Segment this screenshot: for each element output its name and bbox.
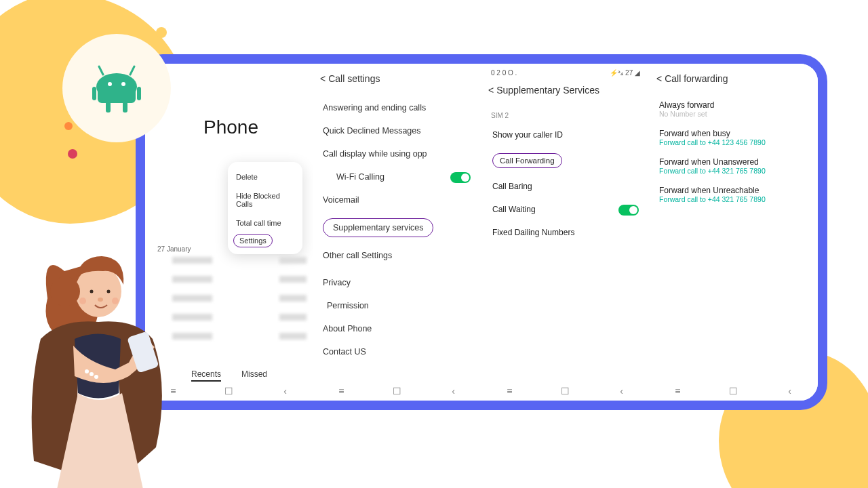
header-call-settings[interactable]: < Call settings <box>317 69 477 96</box>
svg-point-12 <box>85 369 89 373</box>
row-caller-id[interactable]: Show your caller ID <box>486 123 646 146</box>
sim-label: SIM 2 <box>486 108 646 123</box>
row-permission[interactable]: Permission <box>317 294 477 317</box>
row-fixed-dialing[interactable]: Fixed Dailing Numbers <box>486 221 646 244</box>
screen-call-forwarding: < Call forwarding Always forward No Numb… <box>650 64 818 401</box>
svg-rect-6 <box>92 87 96 100</box>
row-display[interactable]: Call display while using opp <box>317 142 477 165</box>
svg-rect-1 <box>98 85 136 103</box>
wifi-calling-toggle[interactable] <box>450 172 471 183</box>
nav-home-icon[interactable]: ☐ <box>728 387 740 395</box>
svg-line-4 <box>99 66 103 75</box>
menu-settings[interactable]: Settings <box>233 234 273 247</box>
svg-point-3 <box>121 82 125 86</box>
nav-home-icon[interactable]: ☐ <box>559 387 572 395</box>
android-logo <box>62 34 171 142</box>
call-waiting-toggle[interactable] <box>618 205 639 216</box>
row-about[interactable]: About Phone <box>317 317 477 340</box>
svg-rect-8 <box>106 102 111 113</box>
back-chevron-icon[interactable]: < <box>488 85 494 96</box>
row-privacy[interactable]: Privacy <box>317 271 477 294</box>
svg-point-19 <box>79 298 86 304</box>
row-contact[interactable]: Contact US <box>317 340 477 363</box>
status-bar: 0 2 0 O . ⚡ᵃ₄ 27 ◢ <box>486 69 646 81</box>
svg-point-13 <box>94 375 98 379</box>
nav-recent-icon[interactable]: ≡ <box>503 387 515 395</box>
nav-back-icon[interactable]: ‹ <box>784 387 796 395</box>
call-forwarding-pill[interactable]: Call Forwarding <box>492 153 562 168</box>
fwd-unanswered[interactable]: Forward when Unanswered Forward call to … <box>654 153 814 182</box>
tab-missed[interactable]: Missed <box>241 369 267 382</box>
supplementary-pill[interactable]: Supplementary services <box>323 218 433 237</box>
svg-point-18 <box>98 298 103 302</box>
svg-point-11 <box>90 372 94 376</box>
svg-point-15 <box>50 277 80 306</box>
nav-recent-icon[interactable]: ≡ <box>335 387 347 395</box>
svg-rect-7 <box>137 87 141 100</box>
nav-back-icon[interactable]: ‹ <box>448 387 460 395</box>
back-chevron-icon[interactable]: < <box>320 73 326 84</box>
nav-home-icon[interactable]: ☐ <box>223 387 235 395</box>
row-call-forwarding[interactable]: Call Forwarding <box>486 146 646 175</box>
screen-call-settings: < Call settings Answering and ending cal… <box>313 64 481 401</box>
fwd-always[interactable]: Always forward No Number set <box>654 96 814 125</box>
nav-back-icon[interactable]: ‹ <box>616 387 628 395</box>
row-declined[interactable]: Quick Declined Messages <box>317 119 477 142</box>
fwd-busy[interactable]: Forward when busy Forward call to +44 12… <box>654 125 814 153</box>
row-answering[interactable]: Answering and ending calls <box>317 96 477 119</box>
row-call-waiting[interactable]: Call Waiting <box>486 198 646 221</box>
header-call-forwarding[interactable]: < Call forwarding <box>654 69 814 96</box>
nav-bar: ≡ ☐ ‹ <box>313 384 481 398</box>
svg-rect-9 <box>123 102 127 113</box>
svg-line-5 <box>130 66 134 75</box>
woman-illustration <box>0 203 203 488</box>
fwd-unreachable[interactable]: Forward when Unreachable Forward call to… <box>654 182 814 210</box>
back-chevron-icon[interactable]: < <box>656 73 662 84</box>
screen-supplementary: 0 2 0 O . ⚡ᵃ₄ 27 ◢ < Supplementary Servi… <box>481 64 650 401</box>
device-frame: Phone Delete Hide Blocked Calls Total ca… <box>136 54 827 410</box>
row-call-baring[interactable]: Call Baring <box>486 175 646 198</box>
menu-total-time[interactable]: Total call time <box>228 214 302 232</box>
row-voicemail[interactable]: Voicemail <box>317 188 477 211</box>
row-other[interactable]: Other call Settings <box>317 244 477 267</box>
nav-home-icon[interactable]: ☐ <box>391 387 403 395</box>
nav-bar: ≡ ☐ ‹ <box>481 384 650 398</box>
page-title: Phone <box>203 117 309 138</box>
svg-point-2 <box>108 82 112 86</box>
menu-delete[interactable]: Delete <box>228 167 302 186</box>
row-supplementary[interactable]: Supplementary services <box>317 211 477 244</box>
svg-point-20 <box>112 298 119 304</box>
nav-back-icon[interactable]: ‹ <box>279 387 292 395</box>
header-supplementary[interactable]: < Supplementary Services <box>486 81 646 108</box>
context-menu: Delete Hide Blocked Calls Total call tim… <box>228 162 302 254</box>
nav-bar: ≡ ☐ ‹ <box>650 384 818 398</box>
nav-recent-icon[interactable]: ≡ <box>671 387 684 395</box>
menu-hide-blocked[interactable]: Hide Blocked Calls <box>228 186 302 214</box>
svg-point-17 <box>107 290 111 293</box>
row-wifi-calling[interactable]: Wi-Fi Calling <box>317 165 477 188</box>
svg-point-16 <box>90 290 94 293</box>
